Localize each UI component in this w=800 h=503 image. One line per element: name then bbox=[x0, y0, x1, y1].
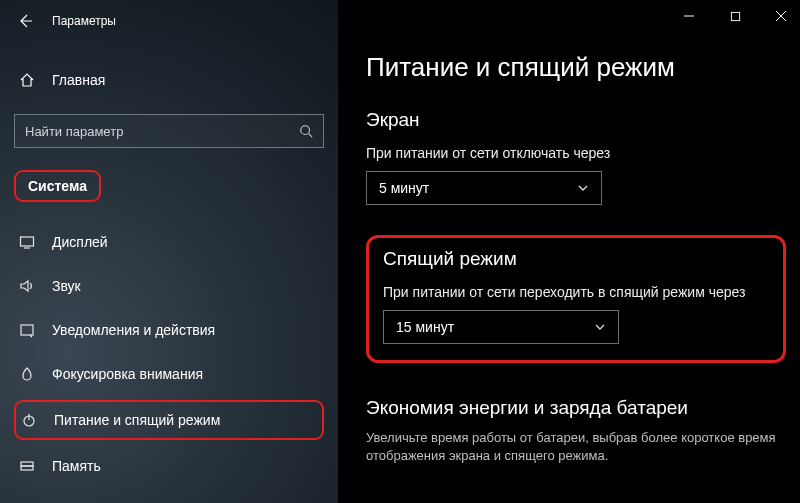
sleep-timeout-dropdown[interactable]: 15 минут bbox=[383, 310, 619, 344]
sidebar-nav: Дисплей Звук Уведомления и действия Фоку… bbox=[0, 220, 338, 488]
home-label: Главная bbox=[52, 72, 105, 88]
close-button[interactable] bbox=[758, 0, 800, 32]
chevron-down-icon bbox=[594, 321, 606, 333]
svg-point-0 bbox=[301, 126, 310, 135]
nav-label: Звук bbox=[52, 278, 81, 294]
storage-icon bbox=[18, 458, 36, 474]
sleep-section-highlight: Спящий режим При питании от сети переход… bbox=[366, 235, 786, 363]
sidebar-category-system[interactable]: Система bbox=[14, 170, 101, 202]
sidebar-item-storage[interactable]: Память bbox=[0, 444, 338, 488]
screen-timeout-dropdown[interactable]: 5 минут bbox=[366, 171, 602, 205]
search-placeholder: Найти параметр bbox=[25, 124, 123, 139]
screen-heading: Экран bbox=[366, 109, 786, 131]
close-icon bbox=[775, 10, 787, 22]
sidebar-item-display[interactable]: Дисплей bbox=[0, 220, 338, 264]
sidebar-item-notifications[interactable]: Уведомления и действия bbox=[0, 308, 338, 352]
back-button[interactable] bbox=[8, 4, 42, 38]
screen-subtext: При питании от сети отключать через bbox=[366, 145, 786, 161]
category-label: Система bbox=[28, 178, 87, 194]
power-icon bbox=[20, 412, 38, 428]
chevron-down-icon bbox=[577, 182, 589, 194]
svg-line-1 bbox=[309, 134, 313, 138]
settings-window: Параметры Главная Найти параметр Система… bbox=[0, 0, 800, 503]
titlebar-left: Параметры bbox=[0, 0, 338, 42]
maximize-button[interactable] bbox=[712, 0, 758, 32]
nav-label: Питание и спящий режим bbox=[54, 412, 220, 428]
dropdown-value: 5 минут bbox=[379, 180, 429, 196]
svg-rect-11 bbox=[731, 12, 739, 20]
svg-rect-2 bbox=[21, 237, 34, 246]
window-title: Параметры bbox=[52, 14, 116, 28]
nav-label: Дисплей bbox=[52, 234, 108, 250]
sidebar-item-focus[interactable]: Фокусировка внимания bbox=[0, 352, 338, 396]
sidebar-item-power[interactable]: Питание и спящий режим bbox=[14, 400, 324, 440]
sidebar: Параметры Главная Найти параметр Система… bbox=[0, 0, 338, 503]
nav-label: Фокусировка внимания bbox=[52, 366, 203, 382]
maximize-icon bbox=[730, 11, 741, 22]
dropdown-value: 15 минут bbox=[396, 319, 454, 335]
svg-rect-9 bbox=[21, 466, 33, 470]
sound-icon bbox=[18, 278, 36, 294]
titlebar-right bbox=[666, 0, 800, 32]
battery-subtext: Увеличьте время работы от батареи, выбра… bbox=[366, 429, 786, 464]
minimize-button[interactable] bbox=[666, 0, 712, 32]
search-input[interactable]: Найти параметр bbox=[14, 114, 324, 148]
nav-label: Уведомления и действия bbox=[52, 322, 215, 338]
nav-label: Память bbox=[52, 458, 101, 474]
arrow-left-icon bbox=[17, 13, 33, 29]
content-pane: Питание и спящий режим Экран При питании… bbox=[338, 0, 800, 503]
svg-rect-4 bbox=[21, 325, 33, 335]
sidebar-item-sound[interactable]: Звук bbox=[0, 264, 338, 308]
battery-heading: Экономия энергии и заряда батареи bbox=[366, 397, 786, 419]
sidebar-home[interactable]: Главная bbox=[0, 60, 338, 100]
sleep-subtext: При питании от сети переходить в спящий … bbox=[383, 284, 769, 300]
display-icon bbox=[18, 234, 36, 250]
home-icon bbox=[18, 72, 36, 88]
search-icon bbox=[299, 124, 313, 138]
page-title: Питание и спящий режим bbox=[366, 52, 786, 83]
notify-icon bbox=[18, 322, 36, 338]
sleep-heading: Спящий режим bbox=[383, 248, 769, 270]
minimize-icon bbox=[683, 10, 695, 22]
focus-icon bbox=[18, 366, 36, 382]
svg-rect-8 bbox=[21, 462, 33, 466]
